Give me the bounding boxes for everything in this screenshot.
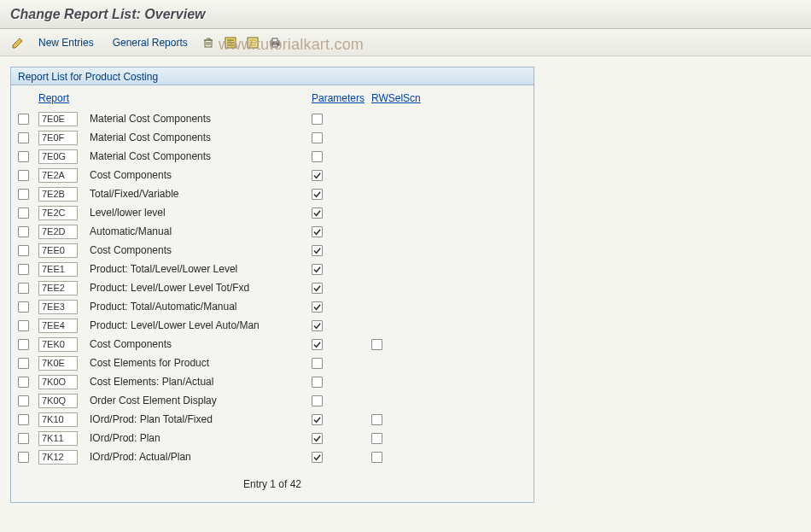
report-description: Product: Total/Level/Lower Level bbox=[90, 263, 312, 275]
parameters-checkbox[interactable] bbox=[312, 170, 323, 181]
report-description: Product: Level/Lower Level Tot/Fxd bbox=[90, 282, 312, 294]
report-code-input[interactable] bbox=[38, 262, 78, 277]
report-code-input[interactable] bbox=[38, 412, 78, 427]
parameters-checkbox[interactable] bbox=[312, 414, 323, 425]
content-area: Report List for Product Costing Report P… bbox=[0, 56, 811, 513]
parameters-checkbox[interactable] bbox=[312, 320, 323, 331]
report-code-input[interactable] bbox=[38, 394, 78, 408]
row-select-checkbox[interactable] bbox=[18, 151, 29, 162]
parameters-checkbox[interactable] bbox=[312, 395, 323, 406]
rwselscn-checkbox[interactable] bbox=[371, 414, 382, 425]
rwselscn-checkbox[interactable] bbox=[371, 452, 382, 463]
report-code-input[interactable] bbox=[38, 243, 78, 258]
report-code-input[interactable] bbox=[38, 450, 78, 465]
col-parameters[interactable]: Parameters bbox=[312, 92, 371, 104]
col-rwselscn[interactable]: RWSelScn bbox=[371, 92, 431, 104]
report-code-input[interactable] bbox=[38, 319, 78, 333]
report-description: Total/Fixed/Variable bbox=[90, 188, 312, 200]
report-code-input[interactable] bbox=[38, 375, 78, 389]
row-select-checkbox[interactable] bbox=[18, 170, 29, 181]
row-select-checkbox[interactable] bbox=[18, 132, 29, 143]
parameters-checkbox[interactable] bbox=[312, 132, 323, 143]
report-code-input[interactable] bbox=[38, 131, 78, 145]
report-code-input[interactable] bbox=[38, 281, 78, 295]
svg-rect-4 bbox=[227, 44, 234, 46]
report-code-input[interactable] bbox=[38, 187, 78, 202]
row-select-checkbox[interactable] bbox=[18, 395, 29, 406]
report-description: Product: Level/Lower Level Auto/Man bbox=[90, 319, 312, 331]
titlebar: Change Report List: Overview bbox=[0, 0, 811, 29]
parameters-checkbox[interactable] bbox=[312, 452, 323, 463]
report-code-input[interactable] bbox=[38, 149, 78, 164]
row-select-checkbox[interactable] bbox=[18, 283, 29, 294]
select-all-icon[interactable] bbox=[221, 34, 240, 51]
table-row: Order Cost Element Display bbox=[18, 391, 527, 410]
report-code-input[interactable] bbox=[38, 300, 78, 314]
page-title: Change Report List: Overview bbox=[10, 7, 206, 22]
row-select-checkbox[interactable] bbox=[18, 114, 29, 125]
delete-icon[interactable] bbox=[199, 34, 218, 51]
report-description: Cost Components bbox=[90, 244, 312, 256]
row-select-checkbox[interactable] bbox=[18, 264, 29, 275]
table-row: Material Cost Components bbox=[18, 109, 527, 128]
general-reports-button[interactable]: General Reports bbox=[105, 33, 195, 52]
parameters-checkbox[interactable] bbox=[312, 283, 323, 294]
parameters-checkbox[interactable] bbox=[312, 301, 323, 313]
row-select-checkbox[interactable] bbox=[18, 452, 29, 463]
report-description: Material Cost Components bbox=[90, 132, 312, 143]
table-row: Automatic/Manual bbox=[18, 222, 527, 241]
row-select-checkbox[interactable] bbox=[18, 358, 29, 369]
row-select-checkbox[interactable] bbox=[18, 320, 29, 331]
row-select-checkbox[interactable] bbox=[18, 245, 29, 256]
parameters-checkbox[interactable] bbox=[312, 208, 323, 219]
row-select-checkbox[interactable] bbox=[18, 377, 29, 388]
table-row: Material Cost Components bbox=[18, 128, 527, 147]
report-description: Cost Components bbox=[90, 338, 312, 350]
entry-counter: Entry 1 of 42 bbox=[11, 466, 534, 497]
parameters-checkbox[interactable] bbox=[312, 245, 323, 256]
rwselscn-checkbox[interactable] bbox=[371, 339, 382, 350]
report-code-input[interactable] bbox=[38, 168, 78, 183]
row-select-checkbox[interactable] bbox=[18, 433, 29, 444]
report-code-input[interactable] bbox=[38, 337, 78, 352]
row-select-checkbox[interactable] bbox=[18, 226, 29, 237]
parameters-checkbox[interactable] bbox=[312, 114, 323, 125]
parameters-checkbox[interactable] bbox=[312, 433, 323, 444]
report-code-input[interactable] bbox=[38, 356, 78, 371]
new-entries-button[interactable]: New Entries bbox=[31, 33, 102, 52]
rows-container: Material Cost ComponentsMaterial Cost Co… bbox=[11, 109, 534, 466]
parameters-checkbox[interactable] bbox=[312, 339, 323, 350]
report-code-input[interactable] bbox=[38, 431, 78, 446]
col-report[interactable]: Report bbox=[38, 92, 90, 104]
report-code-input[interactable] bbox=[38, 112, 78, 126]
report-list-panel: Report List for Product Costing Report P… bbox=[10, 67, 534, 503]
svg-rect-6 bbox=[249, 39, 256, 41]
parameters-checkbox[interactable] bbox=[312, 264, 323, 275]
report-description: IOrd/Prod: Plan bbox=[90, 432, 312, 444]
row-select-checkbox[interactable] bbox=[18, 339, 29, 350]
row-select-checkbox[interactable] bbox=[18, 301, 29, 313]
report-code-input[interactable] bbox=[38, 225, 78, 239]
deselect-all-icon[interactable] bbox=[243, 34, 262, 51]
report-description: Cost Components bbox=[90, 169, 312, 181]
row-select-checkbox[interactable] bbox=[18, 414, 29, 425]
report-description: Automatic/Manual bbox=[90, 225, 312, 237]
rwselscn-checkbox[interactable] bbox=[371, 433, 382, 444]
row-select-checkbox[interactable] bbox=[18, 189, 29, 200]
parameters-checkbox[interactable] bbox=[312, 226, 323, 237]
report-description: Order Cost Element Display bbox=[90, 395, 312, 406]
report-code-input[interactable] bbox=[38, 206, 78, 220]
table-row: Product: Level/Lower Level Auto/Man bbox=[18, 316, 527, 335]
row-select-checkbox[interactable] bbox=[18, 208, 29, 219]
parameters-checkbox[interactable] bbox=[312, 358, 323, 369]
svg-rect-3 bbox=[227, 42, 234, 44]
parameters-checkbox[interactable] bbox=[312, 377, 323, 388]
report-description: Level/lower level bbox=[90, 207, 312, 219]
parameters-checkbox[interactable] bbox=[312, 189, 323, 200]
toolbar: New Entries General Reports bbox=[0, 29, 811, 56]
table-row: Cost Components bbox=[18, 166, 527, 184]
parameters-checkbox[interactable] bbox=[312, 151, 323, 162]
print-icon[interactable] bbox=[265, 34, 284, 51]
svg-rect-11 bbox=[272, 44, 277, 47]
change-icon[interactable] bbox=[9, 34, 27, 51]
